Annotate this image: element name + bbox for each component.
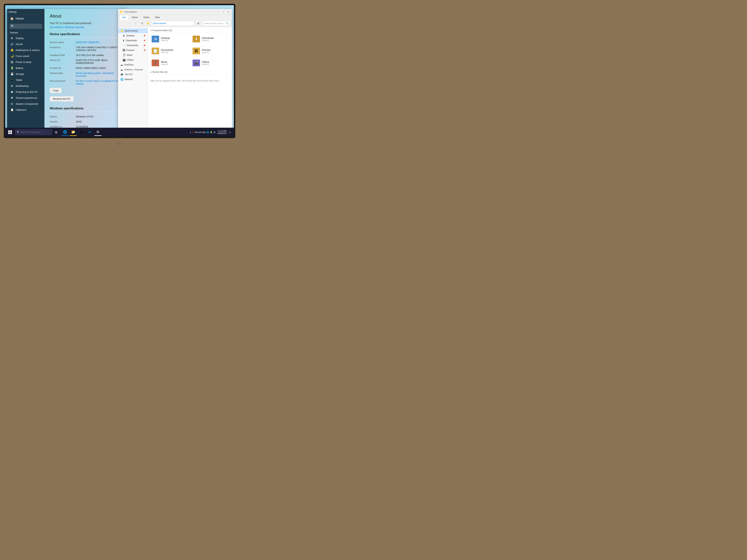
folder-music[interactable]: 🎵 Music This PC xyxy=(150,58,189,68)
folder-downloads[interactable]: ⬇ Downloads This PC xyxy=(191,34,230,44)
sidebar-item-focus[interactable]: 🌙 Focus assist xyxy=(7,53,45,59)
fe-up-button[interactable]: ↑ xyxy=(133,21,138,26)
fe-toolbar: ← → ↑ ↻ ⭐ Quick access ⊕ Search Quick ac… xyxy=(118,20,232,27)
display-icon: 🖥 xyxy=(10,36,14,39)
fe-address-text: Quick access xyxy=(153,22,166,25)
fe-tab-home[interactable]: Home xyxy=(129,15,140,20)
fe-tab-file[interactable]: File xyxy=(120,15,129,20)
security-link[interactable]: See details in Windows Security xyxy=(50,26,84,29)
system-category-label: System xyxy=(7,30,45,35)
fe-sidebar-documents[interactable]: 📄 Documents 📌 xyxy=(118,43,148,48)
about-content-panel: About Your PC is monitored and protected… xyxy=(45,9,127,137)
sidebar-item-notifications[interactable]: 🔔 Notifications & actions xyxy=(7,47,45,53)
folder-documents[interactable]: 📄 Documents This PC xyxy=(150,46,189,56)
copy-button-1[interactable]: Copy xyxy=(50,88,61,93)
fe-sidebar-desktop[interactable]: 🖥 Desktop 📌 xyxy=(118,33,148,38)
storage-icon: 💾 xyxy=(10,73,14,75)
device-id-value: D525775C-F27C-418F-9DA1-DA6EE0C66155 xyxy=(76,59,121,64)
file-explorer-button[interactable]: 📁 xyxy=(70,128,77,136)
folder-videos[interactable]: 🎬 Videos This PC xyxy=(191,58,230,68)
task-view-button[interactable]: ⊞ xyxy=(52,128,60,136)
power-icon: ⏻ xyxy=(10,60,14,63)
fe-search-toggle[interactable]: ⊕ xyxy=(196,21,201,26)
documents-pin-icon: 📌 xyxy=(143,45,146,47)
rename-button[interactable]: Rename this PC xyxy=(50,96,74,102)
fe-search-box[interactable]: Search Quick access 🔍 xyxy=(202,21,230,26)
documents-sidebar-icon: 📄 xyxy=(123,44,126,47)
fe-ribbon: File Home Share View ← → ↑ ↻ ⭐ Quick acc… xyxy=(118,15,232,27)
sidebar-item-power[interactable]: ⏻ Power & sleep xyxy=(7,59,45,65)
fe-window-title: File Explorer xyxy=(124,11,216,13)
fe-forward-button[interactable]: → xyxy=(126,21,131,26)
settings-button[interactable]: ⚙ xyxy=(94,128,102,136)
sidebar-item-projecting[interactable]: 📽 Projecting to this PC xyxy=(7,89,45,95)
fe-tab-view[interactable]: View xyxy=(152,15,162,20)
fe-star-icon: ⭐ xyxy=(147,22,150,25)
chevron-up-icon[interactable]: ∧ xyxy=(190,131,191,133)
date-display: 2/28/2024 xyxy=(217,132,227,134)
fe-minimize-button[interactable]: ─ xyxy=(216,10,221,14)
pictures-sidebar-icon: 🖼 xyxy=(123,49,125,52)
minimize-button[interactable]: ─ xyxy=(29,10,33,14)
pictures-folder-name: Pictures xyxy=(202,49,211,51)
videos-sidebar-icon: 🎬 xyxy=(123,58,126,61)
sidebar-item-battery[interactable]: 🔋 Battery xyxy=(7,65,45,71)
folder-desktop[interactable]: 🖥 Desktop This PC xyxy=(150,34,189,44)
ram-value: 16.0 GB (15.8 GB usable) xyxy=(76,54,121,57)
edge-button[interactable]: 🌐 xyxy=(61,128,69,136)
fe-address-bar[interactable]: Quick access xyxy=(151,21,194,26)
taskbar: 🔍 ⊞ 🌐 📁 🛍 ✉ xyxy=(5,128,234,137)
battery-tray-icon[interactable]: 🔋 xyxy=(210,131,212,133)
fe-sidebar-this-pc[interactable]: 💻 This PC xyxy=(118,72,148,77)
close-button[interactable]: ✕ xyxy=(38,10,43,14)
volume-icon[interactable]: 🔊 xyxy=(213,131,216,133)
pen-touch-value: No pen or touch input is available for t… xyxy=(76,80,121,85)
sidebar-item-display[interactable]: 🖥 Display xyxy=(7,35,45,41)
taskbar-search-container[interactable]: 🔍 xyxy=(15,129,52,135)
thermometer-icon: 🌡 xyxy=(192,131,194,133)
fe-refresh-button[interactable]: ↻ xyxy=(140,21,145,26)
fe-maximize-button[interactable]: □ xyxy=(221,10,226,14)
store-button[interactable]: 🛍 xyxy=(78,128,85,136)
documents-folder-icon: 📄 xyxy=(152,48,159,54)
fe-sidebar-music[interactable]: 🎵 Music xyxy=(118,53,148,57)
device-section-title: Device specifications xyxy=(50,32,121,37)
taskbar-search-input[interactable] xyxy=(21,131,50,133)
fe-sidebar-network[interactable]: 🌐 Network xyxy=(118,77,148,82)
fe-sidebar-onedrive[interactable]: ☁ OneDrive xyxy=(118,62,148,67)
onedrive-icon: ☁ xyxy=(120,63,123,66)
pictures-pin-icon: 📌 xyxy=(143,49,146,51)
fe-sidebar-onedrive-personal[interactable]: ☁ OneDrive - Personal xyxy=(118,67,148,72)
sidebar-item-system-components[interactable]: ⊟ System Components xyxy=(7,101,45,107)
sidebar-item-shared[interactable]: ✖ Shared experiences xyxy=(7,95,45,101)
product-id-value: 00331-10000-00001-AA623 xyxy=(76,66,121,70)
sidebar-item-clipboard[interactable]: 📋 Clipboard xyxy=(7,107,45,113)
downloads-folder-info: Downloads This PC xyxy=(202,36,214,42)
chevron-down-icon: ∨ xyxy=(150,29,152,32)
clock-display[interactable]: 11:16 AM 2/28/2024 xyxy=(217,130,227,134)
fe-sidebar-videos[interactable]: 🎬 Videos xyxy=(118,57,148,62)
settings-home-item[interactable]: 🏠 Home xyxy=(7,15,45,22)
fe-close-button[interactable]: ✕ xyxy=(226,10,230,14)
fe-sidebar-downloads[interactable]: ⬇ Downloads 📌 xyxy=(118,38,148,43)
folder-pictures[interactable]: 🖼 Pictures This PC xyxy=(191,46,230,56)
fe-sidebar-pictures[interactable]: 🖼 Pictures 📌 xyxy=(118,48,148,53)
show-desktop-button[interactable]: ▭ xyxy=(228,131,232,133)
version-value: 22H2 xyxy=(76,120,121,123)
mail-button[interactable]: ✉ xyxy=(86,128,93,136)
quick-access-icon: ⭐ xyxy=(120,29,124,32)
settings-search-input[interactable] xyxy=(15,25,41,28)
network-tray-icon[interactable]: 🌐 xyxy=(207,131,209,133)
fe-back-button[interactable]: ← xyxy=(120,21,125,26)
fe-sidebar-quick-access[interactable]: ⭐ Quick access xyxy=(118,28,148,33)
screen-bezel: Settings ─ □ ✕ 🏠 Home 🔍 xyxy=(4,4,235,138)
maximize-button[interactable]: □ xyxy=(34,10,38,14)
start-button[interactable] xyxy=(6,128,14,136)
sidebar-item-multitasking[interactable]: ⊞ Multitasking xyxy=(7,83,45,89)
sidebar-item-tablet[interactable]: 📱 Tablet xyxy=(7,77,45,83)
sidebar-item-storage[interactable]: 💾 Storage xyxy=(7,71,45,77)
onedrive-personal-icon: ☁ xyxy=(120,68,123,71)
fe-tab-share[interactable]: Share xyxy=(140,15,152,20)
hp-logo: hp xyxy=(118,142,122,145)
sidebar-item-sound[interactable]: 🔊 Sound xyxy=(7,41,45,47)
